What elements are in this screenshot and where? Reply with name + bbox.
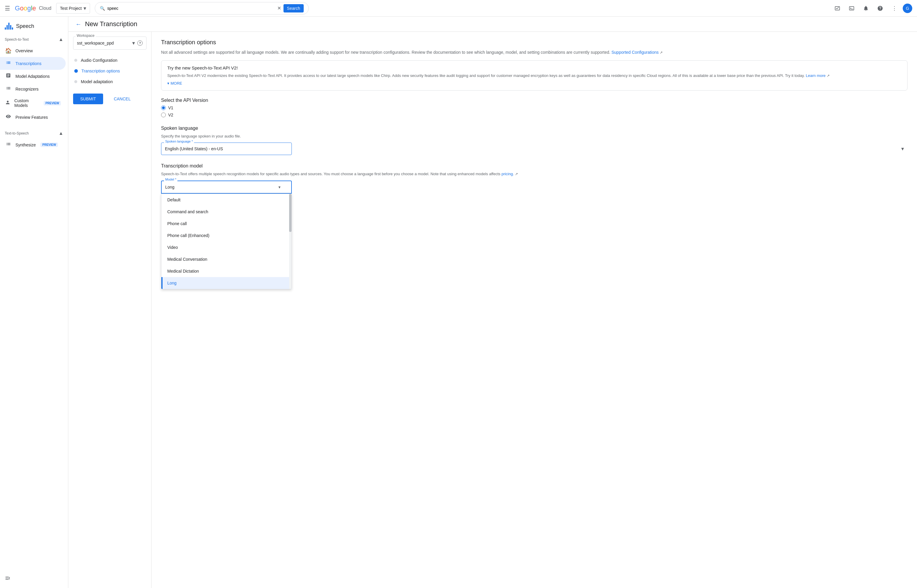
project-selector[interactable]: Test Project ▾ (56, 3, 90, 14)
step-transcription-options[interactable]: Transcription options (73, 66, 147, 76)
workspace-help-icon[interactable]: ? (137, 40, 142, 46)
sidebar-overview-label: Overview (15, 48, 33, 53)
search-bar: 🔍 ✕ Search (95, 2, 309, 15)
right-panel: Transcription options Not all advanced s… (152, 32, 917, 588)
dropdown-item-default[interactable]: Default (161, 194, 291, 206)
transcription-model-section: Transcription model Speech-to-Text offer… (161, 163, 907, 194)
sidebar-preview-features-label: Preview Features (15, 115, 48, 120)
search-clear-icon[interactable]: ✕ (277, 5, 281, 11)
sidebar-item-recognizers[interactable]: Recognizers (0, 82, 66, 95)
dropdown-scrollbar-thumb (289, 194, 291, 232)
pricing-link[interactable]: pricing. (501, 172, 514, 176)
help-icon[interactable] (874, 2, 886, 14)
workspace-dropdown[interactable]: sst_workspace_ppd ▾ ? (73, 37, 147, 50)
google-wordmark: Google (15, 5, 36, 12)
dropdown-item-long[interactable]: Long (161, 277, 291, 289)
sidebar-item-overview[interactable]: 🏠 Overview (0, 45, 66, 57)
speech-to-text-section-header[interactable]: Speech-to-Text ▲ (0, 34, 68, 45)
api-version-v2[interactable]: V2 (161, 113, 907, 117)
speech-to-text-chevron: ▲ (58, 37, 63, 42)
sidebar-item-synthesize[interactable]: Synthesize PREVIEW (0, 138, 66, 151)
search-icon: 🔍 (100, 6, 105, 11)
api-version-v2-label: V2 (168, 113, 173, 117)
more-button[interactable]: ▾ MORE (167, 81, 901, 86)
model-adaptations-icon (5, 73, 12, 79)
cloud-shell-icon[interactable] (831, 2, 843, 14)
dropdown-scrollbar[interactable] (289, 194, 291, 289)
spoken-language-select[interactable]: English (United States) - en-US English … (161, 142, 292, 155)
speech-to-text-label: Speech-to-Text (5, 37, 29, 42)
dropdown-item-medical-dictation[interactable]: Medical Dictation (161, 265, 291, 277)
preview-features-icon (5, 114, 12, 121)
learn-more-link[interactable]: Learn more (806, 73, 825, 78)
left-panel: Workspace sst_workspace_ppd ▾ ? Audio Co… (68, 32, 152, 588)
transcription-model-desc: Speech-to-Text offers multiple speech re… (161, 171, 907, 177)
api-version-v2-input[interactable] (161, 113, 166, 117)
api-version-v1-label: V1 (168, 105, 173, 110)
step-dot-transcription (74, 69, 78, 73)
collapse-sidebar-button[interactable] (0, 572, 68, 586)
step-transcription-label: Transcription options (81, 69, 120, 73)
custom-models-icon (5, 100, 11, 107)
search-button[interactable]: Search (283, 4, 304, 13)
sidebar-synthesize-label: Synthesize (15, 142, 36, 147)
dropdown-item-medical-conversation[interactable]: Medical Conversation (161, 253, 291, 265)
api-version-v1-input[interactable] (161, 105, 166, 110)
cloud-terminal-icon[interactable] (846, 2, 857, 14)
api-banner-description: Speech-to-Text API V2 modernizes the exi… (167, 73, 901, 79)
dropdown-scroll-container: Default Command and search Phone call Ph… (161, 194, 291, 289)
step-model-adaptation[interactable]: Model adaptation (73, 77, 147, 86)
text-to-speech-chevron: ▲ (58, 131, 63, 136)
synthesize-icon (5, 141, 12, 148)
cancel-button[interactable]: CANCEL (107, 94, 138, 104)
speech-logo-area: Speech (0, 19, 68, 33)
dropdown-item-phone-call-enhanced[interactable]: Phone call (Enhanced) (161, 229, 291, 241)
dropdown-item-video[interactable]: Video (161, 241, 291, 253)
speech-label: Speech (16, 23, 34, 29)
model-dropdown-arrow-icon: ▾ (278, 185, 280, 189)
content-area: ← New Transcription Workspace sst_worksp… (68, 17, 917, 588)
sidebar-item-transcriptions[interactable]: Transcriptions (0, 57, 66, 70)
step-model-label: Model adaptation (81, 79, 113, 84)
api-version-title: Select the API Version (161, 98, 907, 103)
recognizers-icon (5, 86, 12, 92)
two-column-layout: Workspace sst_workspace_ppd ▾ ? Audio Co… (68, 32, 917, 588)
sidebar-transcriptions-label: Transcriptions (15, 61, 41, 66)
dropdown-item-command-search[interactable]: Command and search (161, 206, 291, 218)
cloud-wordmark: Cloud (39, 6, 52, 11)
action-buttons: SUBMIT CANCEL (73, 94, 147, 104)
learn-more-external-icon: ↗ (826, 74, 830, 78)
chevron-down-icon: ▾ (167, 81, 169, 86)
workspace-icons: ▾ ? (132, 40, 142, 46)
api-version-section: Select the API Version V1 V2 (161, 98, 907, 117)
menu-icon[interactable]: ☰ (5, 5, 10, 12)
notifications-icon[interactable] (860, 2, 872, 14)
dropdown-item-phone-call[interactable]: Phone call (161, 218, 291, 229)
model-dropdown-wrap: Model * Long ▾ Default Command (161, 181, 292, 194)
avatar[interactable]: G (903, 3, 912, 13)
workspace-field-label: Workspace (76, 34, 96, 38)
sidebar-item-custom-models[interactable]: Custom Models PREVIEW (0, 95, 66, 111)
spoken-language-section: Spoken language Specify the language spo… (161, 126, 907, 155)
search-input[interactable] (107, 6, 275, 11)
supported-configs-link[interactable]: Supported Configurations (611, 50, 659, 55)
workspace-field: Workspace sst_workspace_ppd ▾ ? (73, 37, 147, 50)
sidebar-item-preview-features[interactable]: Preview Features (0, 111, 66, 124)
api-version-v1[interactable]: V1 (161, 105, 907, 110)
submit-button[interactable]: SUBMIT (73, 94, 103, 104)
model-field-label: Model * (164, 178, 177, 181)
sidebar-item-model-adaptations[interactable]: Model Adaptations (0, 70, 66, 82)
text-to-speech-section-header[interactable]: Text-to-Speech ▲ (0, 128, 68, 138)
model-selected-value: Long (165, 185, 175, 189)
back-button[interactable]: ← (76, 21, 81, 27)
search-button-label: Search (287, 6, 300, 11)
step-audio-config[interactable]: Audio Configuration (73, 55, 147, 65)
main-layout: Speech Speech-to-Text ▲ 🏠 Overview Trans… (0, 17, 917, 588)
spoken-language-title: Spoken language (161, 126, 907, 131)
workspace-dropdown-icon: ▾ (132, 40, 135, 46)
model-dropdown-trigger[interactable]: Long ▾ (161, 181, 292, 194)
spoken-language-field-label: Spoken language * (164, 140, 194, 143)
api-banner-title: Try the new Speech-to-Text API V2! (167, 65, 901, 70)
custom-models-preview-badge: PREVIEW (44, 101, 61, 105)
more-options-icon[interactable]: ⋮ (888, 2, 900, 14)
